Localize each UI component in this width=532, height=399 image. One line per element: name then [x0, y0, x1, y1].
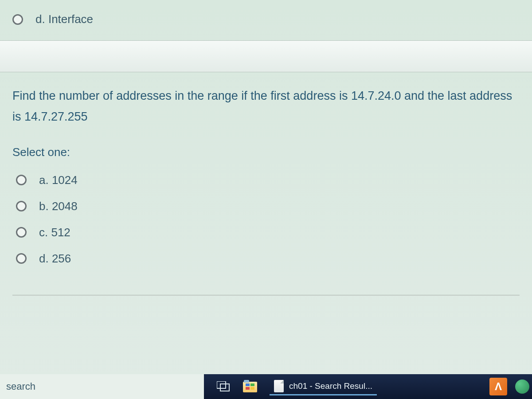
document-icon	[274, 380, 284, 392]
taskbar-search-box[interactable]: search	[0, 374, 204, 399]
orange-glyph: Λ	[495, 380, 502, 393]
option-row[interactable]: d. Interface	[12, 8, 532, 31]
taskbar-center: ch01 - Search Resul...	[204, 378, 389, 395]
select-one-prompt: Select one:	[12, 145, 520, 159]
radio-icon[interactable]	[16, 201, 27, 211]
option-label: a. 1024	[39, 173, 78, 187]
task-view-icon[interactable]	[216, 379, 231, 394]
option-label: c. 512	[39, 226, 70, 239]
previous-question-option-d: d. Interface	[0, 0, 532, 40]
search-text: search	[6, 381, 35, 392]
radio-icon[interactable]	[12, 14, 23, 25]
radio-icon[interactable]	[16, 175, 27, 185]
option-label: b. 2048	[39, 200, 78, 213]
bottom-separator	[12, 295, 520, 296]
option-b[interactable]: b. 2048	[16, 193, 520, 219]
taskbar-app-label: ch01 - Search Resul...	[289, 381, 372, 391]
svg-rect-1	[220, 384, 229, 391]
option-d[interactable]: d. 256	[16, 246, 520, 272]
question-divider	[0, 40, 532, 72]
option-label: d. 256	[39, 252, 71, 266]
taskbar-app-ch01[interactable]: ch01 - Search Resul...	[270, 378, 377, 395]
option-c[interactable]: c. 512	[16, 219, 520, 246]
taskbar-right: Λ	[489, 378, 532, 395]
radio-icon[interactable]	[16, 227, 27, 238]
windows-taskbar: search	[0, 374, 532, 399]
file-explorer-icon[interactable]	[243, 379, 257, 394]
options-list: a. 1024 b. 2048 c. 512 d. 256	[16, 167, 520, 272]
option-a[interactable]: a. 1024	[16, 167, 520, 193]
question-block: Find the number of addresses in the rang…	[0, 72, 532, 304]
orange-app-icon[interactable]: Λ	[489, 378, 507, 395]
option-label: d. Interface	[35, 12, 93, 26]
radio-icon[interactable]	[16, 253, 27, 264]
green-app-icon[interactable]	[515, 379, 529, 394]
question-text: Find the number of addresses in the rang…	[12, 86, 520, 128]
svg-rect-0	[217, 381, 226, 388]
